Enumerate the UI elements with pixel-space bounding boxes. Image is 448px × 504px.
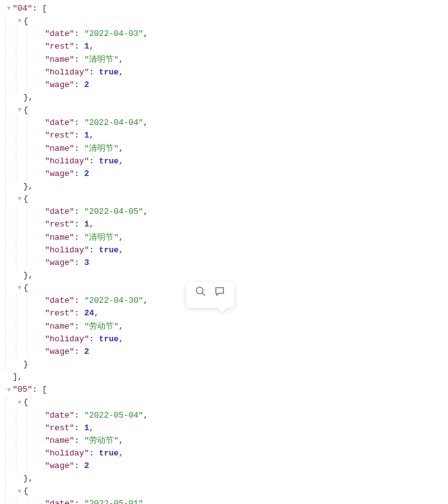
json-object-close: }, <box>5 269 445 282</box>
json-object-open[interactable]: { <box>5 485 445 498</box>
json-number: 2 <box>84 79 89 91</box>
json-number: 24 <box>84 307 94 320</box>
json-property: "date": "2022-05-04", <box>5 409 445 422</box>
json-key: "wage" <box>45 79 74 91</box>
json-key: "holiday" <box>45 66 89 79</box>
json-property: "rest": 1, <box>5 129 445 142</box>
json-string: "2022-04-04" <box>84 117 143 129</box>
json-key: "date" <box>45 409 74 422</box>
json-property: "wage": 2 <box>5 168 445 180</box>
json-string: "2022-04-05" <box>84 206 143 218</box>
toggle-caret[interactable] <box>16 194 23 204</box>
json-month-key: "04" <box>13 3 32 15</box>
json-property: "rest": 1, <box>5 218 445 231</box>
json-number: 1 <box>84 129 89 142</box>
json-key: "date" <box>45 206 74 218</box>
json-property: "holiday": true, <box>5 66 445 79</box>
json-number: 2 <box>84 460 89 472</box>
json-tree-viewer: "04": [{"date": "2022-04-03","rest": 1,"… <box>0 0 448 504</box>
json-number: 1 <box>84 218 89 231</box>
json-boolean: true <box>99 244 119 257</box>
json-string: "2022-04-03" <box>84 28 143 40</box>
json-object-open[interactable]: { <box>5 104 445 117</box>
json-key: "name" <box>45 320 74 333</box>
json-key: "date" <box>45 295 74 307</box>
json-property: "holiday": true, <box>5 244 445 257</box>
json-key: "name" <box>45 54 74 66</box>
json-property: "name": "清明节", <box>5 143 445 155</box>
action-bubble <box>186 282 234 308</box>
json-property: "rest": 1, <box>5 40 445 53</box>
json-key: "holiday" <box>45 447 89 460</box>
toggle-caret[interactable] <box>16 16 23 26</box>
json-boolean: true <box>99 447 119 460</box>
json-property: "wage": 2 <box>5 460 445 472</box>
svg-line-1 <box>202 293 205 296</box>
json-boolean: true <box>99 333 119 346</box>
chat-icon[interactable] <box>214 286 225 302</box>
json-array-open[interactable]: "04": [ <box>5 3 445 15</box>
json-object-close: }, <box>5 472 445 485</box>
json-property: "date": "2022-05-01", <box>5 498 445 504</box>
json-property: "date": "2022-04-04", <box>5 117 445 129</box>
json-key: "name" <box>45 231 74 244</box>
json-property: "holiday": true, <box>5 333 445 346</box>
json-number: 3 <box>84 257 89 269</box>
json-property: "name": "清明节", <box>5 54 445 66</box>
json-string: "劳动节" <box>84 435 119 447</box>
toggle-caret[interactable] <box>16 283 23 293</box>
json-property: "wage": 2 <box>5 79 445 91</box>
json-key: "rest" <box>45 307 74 320</box>
json-property: "date": "2022-04-05", <box>5 206 445 218</box>
json-key: "name" <box>45 143 74 155</box>
json-key: "wage" <box>45 460 74 472</box>
json-key: "rest" <box>45 129 74 142</box>
json-key: "holiday" <box>45 333 89 346</box>
json-string: "2022-04-30" <box>84 295 143 307</box>
magnify-icon[interactable] <box>195 286 206 302</box>
toggle-caret[interactable] <box>5 4 13 14</box>
json-object-close: }, <box>5 91 445 104</box>
json-number: 2 <box>84 346 89 358</box>
json-object-close: }, <box>5 180 445 193</box>
json-object-open[interactable]: { <box>5 15 445 28</box>
json-key: "wage" <box>45 168 74 180</box>
json-key: "rest" <box>45 40 74 53</box>
json-key: "date" <box>45 28 74 40</box>
svg-point-0 <box>196 287 203 294</box>
json-key: "wage" <box>45 257 74 269</box>
json-boolean: true <box>99 155 119 168</box>
json-month-key: "05" <box>13 384 32 396</box>
json-boolean: true <box>99 66 119 79</box>
json-property: "holiday": true, <box>5 447 445 460</box>
toggle-caret[interactable] <box>16 105 23 115</box>
json-string: "清明节" <box>84 54 119 66</box>
json-key: "date" <box>45 498 74 504</box>
json-array-open[interactable]: "05": [ <box>5 384 445 396</box>
json-key: "holiday" <box>45 244 89 257</box>
json-object-open[interactable]: { <box>5 193 445 206</box>
json-key: "holiday" <box>45 155 89 168</box>
json-string: "清明节" <box>84 143 119 155</box>
json-object-open[interactable]: { <box>5 396 445 409</box>
toggle-caret[interactable] <box>16 487 23 497</box>
json-object-close: } <box>5 358 445 371</box>
json-array-close: ], <box>5 371 445 384</box>
json-string: "2022-05-01" <box>84 498 143 504</box>
json-string: "劳动节" <box>84 320 119 333</box>
json-property: "date": "2022-04-03", <box>5 28 445 40</box>
json-key: "wage" <box>45 346 74 358</box>
json-number: 1 <box>84 40 89 53</box>
json-property: "wage": 3 <box>5 257 445 269</box>
toggle-caret[interactable] <box>5 385 13 396</box>
json-number: 2 <box>84 168 89 180</box>
json-property: "holiday": true, <box>5 155 445 168</box>
json-string: "2022-05-04" <box>84 409 143 422</box>
json-key: "date" <box>45 117 74 129</box>
json-property: "rest": 1, <box>5 422 445 435</box>
json-string: "清明节" <box>84 231 119 244</box>
json-property: "name": "清明节", <box>5 231 445 244</box>
json-key: "name" <box>45 435 74 447</box>
toggle-caret[interactable] <box>16 398 23 408</box>
json-key: "rest" <box>45 218 74 231</box>
